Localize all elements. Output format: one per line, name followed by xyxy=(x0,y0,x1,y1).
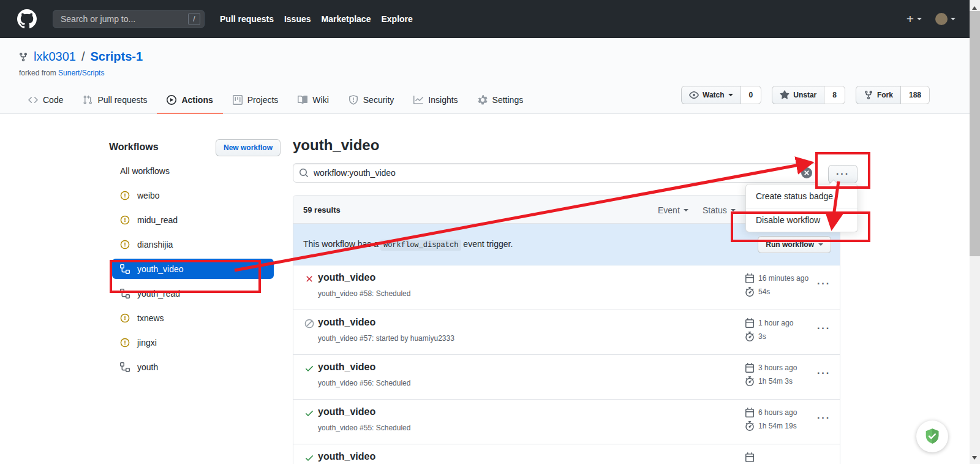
adblock-shield-overlay[interactable] xyxy=(916,420,948,452)
run-options-icon[interactable] xyxy=(817,365,831,381)
status-filter[interactable]: Status xyxy=(703,205,736,215)
nav-issues[interactable]: Issues xyxy=(284,14,311,24)
run-meta xyxy=(745,451,758,464)
global-header: / Pull requests Issues Marketplace Explo… xyxy=(0,0,980,38)
shield-check-icon xyxy=(923,427,941,446)
tab-label: Settings xyxy=(492,95,524,105)
project-icon xyxy=(233,95,243,105)
clear-search-icon[interactable] xyxy=(801,167,812,178)
global-search-input[interactable] xyxy=(53,10,205,28)
tab-label: Code xyxy=(43,95,63,105)
event-filter[interactable]: Event xyxy=(658,205,688,215)
repo-social-buttons: Watch 0 Unstar 8 Fork 188 xyxy=(681,86,930,104)
run-name-link[interactable]: youth_video xyxy=(318,451,375,462)
banner-text-before: This workflow has a xyxy=(303,239,379,249)
star-filled-icon xyxy=(780,90,790,100)
run-meta: 1 hour ago 3s xyxy=(745,317,793,344)
forked-from-link[interactable]: Sunert/Scripts xyxy=(58,69,104,77)
forked-from-line: forked from Sunert/Scripts xyxy=(19,69,104,77)
run-row[interactable]: youth_video youth_video #55: Scheduled 6… xyxy=(293,400,840,444)
watch-group: Watch 0 xyxy=(681,86,761,104)
scroll-down-icon[interactable] xyxy=(972,456,977,462)
sidebar-item-jingxi[interactable]: jingxi xyxy=(109,330,282,355)
calendar-icon xyxy=(745,408,755,417)
run-row[interactable]: youth_video xyxy=(293,444,840,464)
sidebar-item-youth[interactable]: youth xyxy=(109,355,282,379)
workflow-label: midu_read xyxy=(137,215,178,225)
github-actions-page: / Pull requests Issues Marketplace Explo… xyxy=(0,0,980,464)
menu-item-create-status-badge[interactable]: Create status badge xyxy=(746,184,858,208)
nav-pull-requests[interactable]: Pull requests xyxy=(220,14,274,24)
run-name-link[interactable]: youth_video xyxy=(318,362,375,373)
warning-icon xyxy=(120,240,130,249)
run-description: youth_video #58: Scheduled xyxy=(318,289,410,298)
sidebar-item-txnews[interactable]: txnews xyxy=(109,306,282,330)
tab-insights[interactable]: Insights xyxy=(404,87,467,114)
sidebar-item-midu-read[interactable]: midu_read xyxy=(109,208,282,232)
runs-search-input[interactable] xyxy=(293,163,818,183)
star-count[interactable]: 8 xyxy=(824,86,845,104)
run-meta: 6 hours ago 1h 54m 19s xyxy=(745,406,797,433)
caret-down-icon xyxy=(951,18,956,20)
sidebar-item-all-workflows[interactable]: All workflows xyxy=(109,159,282,183)
scrollbar-thumb[interactable] xyxy=(970,11,980,256)
fork-group: Fork 188 xyxy=(856,86,930,104)
repo-owner-link[interactable]: lxk0301 xyxy=(34,50,76,64)
run-options-icon[interactable] xyxy=(817,276,831,292)
tab-pull-requests[interactable]: Pull requests xyxy=(73,87,157,114)
sidebar-item-youth-video[interactable]: youth_video xyxy=(112,259,274,279)
run-row[interactable]: youth_video youth_video #56: Scheduled 3… xyxy=(293,355,840,400)
new-workflow-button[interactable]: New workflow xyxy=(216,139,281,156)
tab-code[interactable]: Code xyxy=(18,87,73,114)
stopwatch-icon xyxy=(745,287,755,297)
watch-count[interactable]: 0 xyxy=(741,86,762,104)
check-success-icon xyxy=(304,453,314,463)
tab-label: Pull requests xyxy=(97,95,147,105)
tab-settings[interactable]: Settings xyxy=(468,87,533,114)
nav-explore[interactable]: Explore xyxy=(381,14,412,24)
check-success-icon xyxy=(304,408,314,418)
run-row[interactable]: youth_video youth_video #57: started by … xyxy=(293,310,840,355)
eye-icon xyxy=(689,90,699,100)
create-new-menu[interactable] xyxy=(907,12,922,26)
workflow-label: dianshijia xyxy=(137,240,173,249)
scroll-up-icon[interactable] xyxy=(972,4,977,10)
global-search: / xyxy=(53,10,205,28)
run-name-link[interactable]: youth_video xyxy=(318,272,375,283)
workflow-label: weibo xyxy=(137,191,160,200)
tab-actions[interactable]: Actions xyxy=(157,87,222,114)
run-workflow-label: Run workflow xyxy=(766,240,814,249)
scrollbar[interactable] xyxy=(970,0,980,464)
fork-count[interactable]: 188 xyxy=(901,86,930,104)
run-workflow-button[interactable]: Run workflow xyxy=(758,236,831,253)
run-name-link[interactable]: youth_video xyxy=(318,406,375,417)
run-options-icon[interactable] xyxy=(817,321,831,337)
caret-down-icon xyxy=(731,209,736,211)
repo-name-link[interactable]: Scripts-1 xyxy=(91,50,143,64)
menu-item-disable-workflow[interactable]: Disable workflow xyxy=(746,208,858,232)
run-options-icon[interactable] xyxy=(817,410,831,426)
user-menu[interactable] xyxy=(935,13,956,25)
nav-marketplace[interactable]: Marketplace xyxy=(322,14,371,24)
search-icon xyxy=(299,168,309,178)
sidebar-item-dianshijia[interactable]: dianshijia xyxy=(109,232,282,257)
calendar-icon xyxy=(745,273,755,283)
fork-button[interactable]: Fork xyxy=(856,86,901,104)
unstar-button[interactable]: Unstar xyxy=(772,86,824,104)
sidebar-item-youth-read[interactable]: youth_read xyxy=(109,281,282,306)
run-name-link[interactable]: youth_video xyxy=(318,317,375,328)
warning-icon xyxy=(120,191,130,200)
watch-button[interactable]: Watch xyxy=(681,86,741,104)
repo-forked-icon xyxy=(864,90,873,100)
run-row[interactable]: youth_video youth_video #58: Scheduled 1… xyxy=(293,265,840,310)
banner-text: This workflow has aworkflow_dispatcheven… xyxy=(303,239,513,249)
tab-security[interactable]: Security xyxy=(339,87,404,114)
sidebar-item-weibo[interactable]: weibo xyxy=(109,183,282,208)
run-duration: 1h 54m 19s xyxy=(758,422,797,430)
tab-label: Actions xyxy=(181,95,213,105)
tab-wiki[interactable]: Wiki xyxy=(288,87,338,114)
repo-tabs: Code Pull requests Actions Projects Wiki… xyxy=(18,87,533,114)
github-logo-icon[interactable] xyxy=(17,9,37,29)
x-failure-icon xyxy=(304,274,314,284)
tab-projects[interactable]: Projects xyxy=(223,87,288,114)
